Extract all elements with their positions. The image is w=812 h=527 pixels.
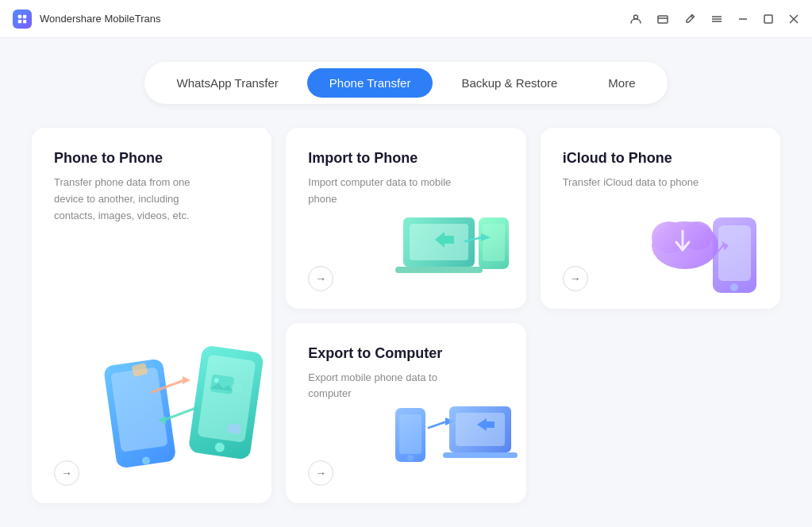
import-illustration [379,194,522,305]
card-icloud-to-phone[interactable]: iCloud to Phone Transfer iCloud data to … [541,128,780,309]
maximize-button[interactable] [763,13,774,25]
card-export-arrow[interactable]: → [308,460,333,486]
svg-rect-32 [483,224,505,261]
tab-more[interactable]: More [586,68,657,98]
svg-rect-42 [399,414,421,454]
card-phone-to-phone-arrow[interactable]: → [54,460,79,486]
phone-to-phone-illustration [73,321,271,495]
card-phone-to-phone[interactable]: Phone to Phone Transfer phone data from … [32,128,271,503]
close-button[interactable] [788,13,799,25]
window-icon[interactable] [656,13,669,25]
svg-rect-12 [764,15,772,23]
tab-backup[interactable]: Backup & Restore [439,68,579,98]
export-illustration [379,388,522,499]
svg-marker-18 [183,376,190,384]
svg-rect-5 [658,16,668,23]
svg-rect-46 [456,413,505,446]
minimize-button[interactable] [737,13,749,25]
card-export-title: Export to Computer [308,345,503,362]
card-icloud-title: iCloud to Phone [563,150,758,167]
svg-rect-22 [210,374,235,394]
svg-rect-3 [23,19,26,22]
window-controls [629,13,799,25]
tab-whatsapp[interactable]: WhatsApp Transfer [154,68,300,98]
svg-rect-1 [23,14,26,17]
card-import-title: Import to Phone [308,150,503,167]
card-phone-to-phone-title: Phone to Phone [54,150,249,167]
svg-rect-47 [443,452,518,458]
tab-phone[interactable]: Phone Transfer [307,68,433,98]
card-icloud-desc: Transfer iCloud data to phone [563,175,722,191]
icloud-illustration [645,194,772,305]
svg-line-7 [691,16,694,18]
app-title: Wondershare MobileTrans [40,13,629,25]
edit-icon[interactable] [683,13,696,25]
svg-point-43 [407,455,414,461]
menu-icon[interactable] [710,13,723,25]
svg-point-36 [730,283,738,291]
card-icloud-arrow[interactable]: → [563,266,588,291]
svg-rect-0 [18,14,21,17]
svg-rect-30 [395,267,483,273]
titlebar: Wondershare MobileTrans [0,0,812,38]
nav-tabs: WhatsApp Transfer Phone Transfer Backup … [144,62,667,104]
svg-rect-2 [18,19,21,22]
card-phone-to-phone-desc: Transfer phone data from one device to a… [54,175,213,224]
card-import-arrow[interactable]: → [308,266,333,291]
svg-rect-35 [718,225,751,281]
cards-grid: Phone to Phone Transfer phone data from … [32,128,780,503]
app-logo [13,10,32,29]
card-export-to-computer[interactable]: Export to Computer Export mobile phone d… [286,323,525,504]
svg-rect-27 [232,383,242,392]
main-content: WhatsApp Transfer Phone Transfer Backup … [0,38,812,527]
account-icon[interactable] [629,13,642,25]
card-import-to-phone[interactable]: Import to Phone Import computer data to … [286,128,525,309]
